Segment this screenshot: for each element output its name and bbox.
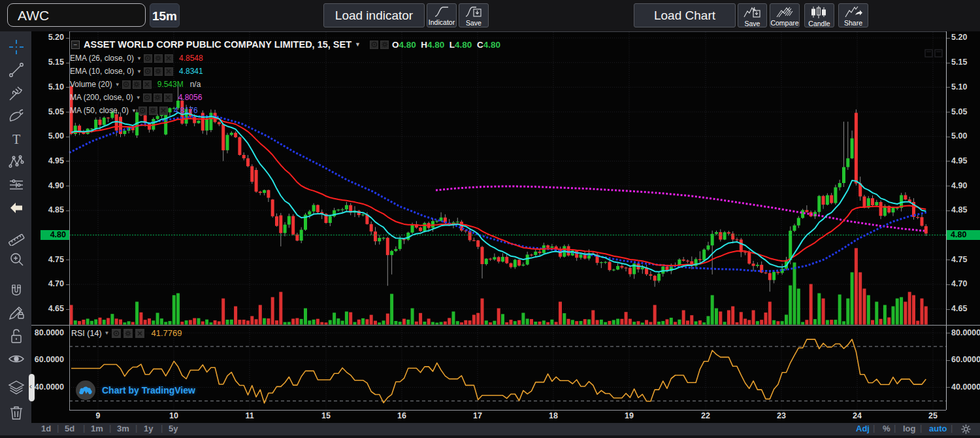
svg-text:T: T <box>12 132 20 146</box>
